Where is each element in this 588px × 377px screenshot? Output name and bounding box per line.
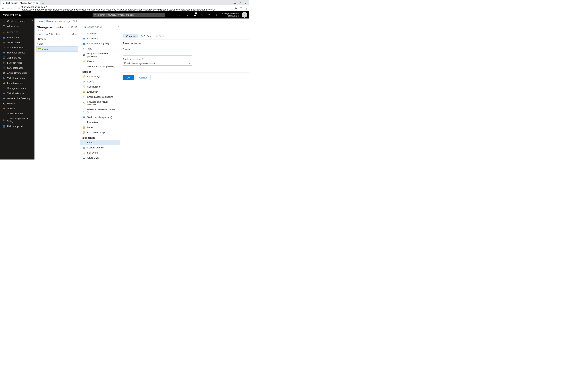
- trash-icon: 🗑: [156, 35, 158, 37]
- profile-icon[interactable]: [239, 7, 243, 10]
- svg-rect-5: [38, 49, 41, 49]
- nav-cosmos-db[interactable]: 🪐Azure Cosmos DB: [0, 70, 35, 75]
- nav-storage-accounts[interactable]: 🗃Storage accounts: [0, 85, 35, 91]
- nav-dashboard[interactable]: ▦Dashboard: [0, 35, 35, 40]
- lb-icon: ⇄: [2, 82, 5, 84]
- nav-virtual-networks[interactable]: ↔Virtual networks: [0, 91, 35, 96]
- close-tab-icon[interactable]: ✕: [36, 2, 38, 5]
- azure-brand[interactable]: Microsoft Azure: [0, 13, 93, 16]
- nav-all-resources[interactable]: ⊞All resources: [0, 40, 35, 45]
- menu-blobs[interactable]: 🗂Blobs: [80, 140, 120, 145]
- nav-app-services[interactable]: 🌐App Services: [0, 55, 35, 60]
- website-icon: ▦: [82, 116, 85, 118]
- required-indicator: *: [123, 48, 124, 51]
- help-icon[interactable]: ?: [206, 11, 213, 19]
- menu-static-website[interactable]: ▦Static website (preview): [80, 115, 120, 120]
- nav-function-apps[interactable]: ⚡Function Apps: [0, 60, 35, 65]
- menu-azure-cdn[interactable]: ☁Azure CDN: [80, 155, 120, 160]
- menu-iam[interactable]: 👥Access control (IAM): [80, 41, 120, 46]
- window-close-icon[interactable]: ✕: [245, 2, 247, 5]
- menu-custom-domain[interactable]: ▦Custom domain: [80, 145, 120, 150]
- search-icon: 🔍: [84, 26, 86, 28]
- menu-atp[interactable]: 🛡Advanced Threat Protection (pr...: [80, 107, 120, 115]
- nav-load-balancers[interactable]: ⇄Load balancers: [0, 81, 35, 85]
- menu-automation[interactable]: 📜Automation script: [80, 130, 120, 135]
- menu-firewalls[interactable]: 🛡Firewalls and virtual networks: [80, 99, 120, 107]
- storage-account-link[interactable]: ragrs: [42, 48, 48, 50]
- nav-security-center[interactable]: 🛡Security Center: [0, 111, 35, 116]
- globe-icon: 🌐: [2, 56, 5, 59]
- menu-activity-log[interactable]: ▤Activity log: [80, 36, 120, 41]
- menu-sas[interactable]: 🔗Shared access signature: [80, 94, 120, 99]
- nav-back-icon[interactable]: ←: [1, 7, 5, 10]
- blade2-collapse-icon[interactable]: «: [118, 25, 119, 28]
- blade1-close-icon[interactable]: ✕: [75, 25, 77, 28]
- browser-menu-icon[interactable]: ⋮: [245, 7, 248, 10]
- url-box[interactable]: ⓘ https://portal.azure.com/?feature.cust…: [16, 6, 233, 11]
- menu-overview[interactable]: 🗃Overview: [80, 31, 120, 36]
- nav-reload-icon[interactable]: ⟳: [11, 7, 14, 10]
- cmd-edit-columns[interactable]: ≣Edit columns: [46, 33, 63, 35]
- feedback-icon[interactable]: ☺: [213, 11, 220, 19]
- cmd-refresh[interactable]: ↻Refresh: [141, 35, 152, 37]
- directory-filter-icon[interactable]: [184, 11, 191, 19]
- menu-events[interactable]: ⚡Events: [80, 59, 120, 64]
- resource-menu-search[interactable]: 🔍 Search (Ctrl+/): [82, 25, 118, 29]
- container-name-input[interactable]: [123, 51, 192, 55]
- nav-monitor[interactable]: ◐Monitor: [0, 101, 35, 106]
- menu-access-keys[interactable]: 🔑Access keys: [80, 74, 120, 79]
- storage-account-row[interactable]: ragrs: [36, 47, 78, 52]
- nav-advisor[interactable]: ✦Advisor: [0, 106, 35, 111]
- user-account[interactable]: user@domain.com MICROSOFT: [220, 12, 241, 17]
- nav-all-services[interactable]: ☰ All services: [0, 24, 35, 29]
- wrench-icon: 🛠: [82, 53, 85, 56]
- nav-cost-mgmt[interactable]: $Cost Management + Billing: [0, 116, 35, 124]
- nav-help-support[interactable]: 👤Help + support: [0, 124, 35, 129]
- cors-icon: ⊕: [82, 80, 85, 83]
- settings-icon[interactable]: [199, 11, 205, 19]
- cmd-more[interactable]: •••More: [69, 33, 77, 35]
- menu-configuration[interactable]: 🧾Configuration: [80, 84, 120, 89]
- site-info-icon[interactable]: ⓘ: [18, 7, 20, 10]
- ok-button[interactable]: OK: [123, 75, 134, 80]
- cancel-button[interactable]: Cancel: [136, 75, 150, 80]
- blade1-pin-icon[interactable]: 📌: [70, 25, 73, 28]
- new-container-form: New container * Name Public access level…: [120, 40, 193, 68]
- storage-filter-input[interactable]: [37, 37, 63, 41]
- access-level-select[interactable]: Private (no anonymous access) ⌄: [123, 61, 192, 66]
- new-tab-button[interactable]: +: [41, 1, 45, 5]
- nav-forward-icon[interactable]: →: [6, 7, 10, 10]
- column-header-name[interactable]: NAME ↑↓: [35, 42, 80, 46]
- incognito-icon[interactable]: 🕶: [235, 7, 237, 10]
- crumb-storage-accounts[interactable]: Storage accounts: [46, 20, 63, 23]
- cmd-new-container[interactable]: +Container: [123, 34, 138, 38]
- nav-collapse-icon[interactable]: «: [32, 19, 33, 22]
- nav-virtual-machines[interactable]: 🖥Virtual machines: [0, 75, 35, 81]
- nav-search-services[interactable]: ☁Search services: [0, 45, 35, 50]
- menu-diagnose[interactable]: 🛠Diagnose and solve problems: [80, 51, 120, 59]
- window-minimize-icon[interactable]: —: [234, 2, 236, 5]
- menu-properties[interactable]: ⫶Properties: [80, 120, 120, 125]
- window-maximize-icon[interactable]: ▢: [239, 2, 241, 5]
- menu-soft-delete[interactable]: 🗂Soft delete: [80, 150, 120, 155]
- cloud-shell-icon[interactable]: ›_: [177, 11, 184, 19]
- avatar[interactable]: [242, 12, 247, 18]
- nav-aad[interactable]: ◆Azure Active Directory: [0, 96, 35, 101]
- info-icon[interactable]: ⓘ: [142, 58, 144, 60]
- svg-point-1: [240, 7, 242, 8]
- browser-tab[interactable]: Blob service - Microsoft Azure ✕: [1, 1, 39, 5]
- menu-cors[interactable]: ⊕CORS: [80, 79, 120, 84]
- svg-marker-0: [3, 2, 5, 4]
- cmd-add[interactable]: +Add: [37, 33, 43, 35]
- global-search[interactable]: 🔍 Search resources, services, and docs: [93, 13, 165, 17]
- nav-sql-databases[interactable]: 🗄SQL databases: [0, 65, 35, 70]
- menu-encryption[interactable]: 🔒Encryption: [80, 89, 120, 94]
- menu-tags[interactable]: 🏷Tags: [80, 46, 120, 51]
- crumb-home[interactable]: Home: [38, 20, 44, 23]
- menu-locks[interactable]: 🔓Locks: [80, 125, 120, 130]
- nav-create-resource[interactable]: + Create a resource: [0, 19, 35, 24]
- menu-storage-explorer[interactable]: 🗂Storage Explorer (preview): [80, 64, 120, 69]
- notifications-icon[interactable]: 1: [191, 11, 198, 19]
- nav-resource-groups[interactable]: ▣Resource groups: [0, 50, 35, 55]
- blade1-collapse-icon[interactable]: «: [67, 25, 69, 28]
